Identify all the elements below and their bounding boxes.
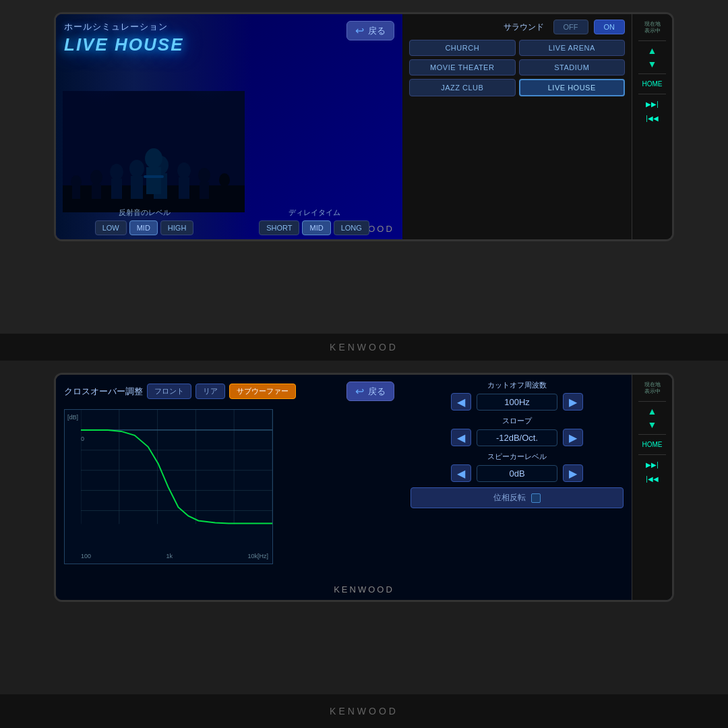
side-up-arrow-2[interactable]: ▲ bbox=[648, 406, 657, 417]
slope-value: -12dB/Oct. bbox=[477, 429, 557, 446]
reflection-low-button[interactable]: LOW bbox=[95, 220, 127, 235]
svg-point-8 bbox=[110, 164, 123, 180]
svg-point-10 bbox=[129, 160, 144, 177]
svg-rect-22 bbox=[144, 175, 164, 178]
side-down-arrow[interactable]: ▼ bbox=[648, 59, 657, 69]
bottom-unit-body: クロスオーバー調整 フロント リア サブウーファー ↩ 戻る [dB] 0 bbox=[54, 373, 674, 602]
cutoff-control: ◀ 100Hz ▶ bbox=[451, 393, 583, 411]
bottom-controls-top: 反射音のレベル LOW MID HIGH ディレイタイム SHORT MID L… bbox=[56, 204, 402, 239]
reflection-btn-row: LOW MID HIGH bbox=[95, 220, 194, 235]
tab-front-button[interactable]: フロント bbox=[147, 384, 191, 399]
svg-rect-15 bbox=[179, 177, 189, 199]
side-home-button[interactable]: HOME bbox=[641, 78, 664, 90]
side-divider-2 bbox=[638, 73, 666, 74]
reflection-label: 反射音のレベル bbox=[119, 208, 171, 218]
crossover-graph: [dB] 0 bbox=[64, 409, 273, 564]
venue-church-button[interactable]: CHURCH bbox=[409, 40, 516, 56]
slope-up-button[interactable]: ▶ bbox=[563, 429, 583, 446]
top-unit-body: ホールシミュレーション LIVE HOUSE ↩ 戻る 反射音のレベル LOW bbox=[54, 12, 674, 241]
slope-down-button[interactable]: ◀ bbox=[451, 429, 471, 446]
delay-label: ディレイタイム bbox=[289, 208, 340, 218]
delay-mid-button[interactable]: MID bbox=[302, 220, 330, 235]
svg-point-6 bbox=[90, 170, 102, 185]
tab-rear-button[interactable]: リア bbox=[195, 384, 225, 399]
cutoff-value: 100Hz bbox=[477, 394, 557, 411]
back-label: 戻る bbox=[368, 25, 386, 37]
phase-label: 位相反転 bbox=[493, 492, 526, 504]
slope-section: スロープ ◀ -12dB/Oct. ▶ bbox=[411, 416, 624, 446]
top-screen: ホールシミュレーション LIVE HOUSE ↩ 戻る 反射音のレベル LOW bbox=[56, 14, 402, 239]
venue-movie-theater-button[interactable]: MOVIE THEATER bbox=[409, 59, 516, 75]
surround-off-button[interactable]: OFF bbox=[553, 20, 588, 34]
crossover-header: クロスオーバー調整 フロント リア サブウーファー ↩ 戻る bbox=[64, 382, 394, 401]
surround-label: サラウンド bbox=[409, 22, 548, 33]
phase-reversal-button[interactable]: 位相反転 bbox=[411, 487, 624, 508]
kenwood-mid-label: KENWOOD bbox=[330, 342, 398, 353]
svg-rect-9 bbox=[111, 179, 122, 199]
top-unit: ホールシミュレーション LIVE HOUSE ↩ 戻る 反射音のレベル LOW bbox=[0, 0, 728, 334]
svg-point-18 bbox=[219, 173, 230, 187]
venue-live-arena-button[interactable]: LIVE ARENA bbox=[519, 40, 626, 56]
side-rwd-button[interactable]: |◀◀ bbox=[644, 113, 660, 124]
bottom-side-panel: 現在地表示中 ▲ ▼ HOME ▶▶| |◀◀ bbox=[632, 375, 672, 600]
phase-checkbox bbox=[531, 493, 541, 503]
svg-point-14 bbox=[177, 162, 191, 179]
side-current-loc-2[interactable]: 現在地表示中 bbox=[643, 380, 662, 397]
crossover-title: クロスオーバー調整 bbox=[64, 386, 143, 398]
concert-silhouette-svg bbox=[63, 91, 245, 212]
venue-jazz-club-button[interactable]: JAZZ CLUB bbox=[409, 79, 516, 96]
side-divider-5 bbox=[638, 434, 666, 435]
venue-stadium-button[interactable]: STADIUM bbox=[519, 59, 626, 75]
side-home-button-2[interactable]: HOME bbox=[641, 439, 664, 450]
side-fwd-button[interactable]: ▶▶| bbox=[644, 98, 660, 110]
speaker-level-up-button[interactable]: ▶ bbox=[563, 464, 583, 482]
speaker-level-down-button[interactable]: ◀ bbox=[451, 464, 471, 482]
surround-row: サラウンド OFF ON bbox=[409, 20, 625, 34]
surround-on-button[interactable]: ON bbox=[594, 20, 626, 34]
svg-point-20 bbox=[145, 148, 162, 169]
delay-short-button[interactable]: SHORT bbox=[259, 220, 299, 235]
speaker-level-section: スピーカーレベル ◀ 0dB ▶ bbox=[411, 452, 624, 482]
graph-x-100: 100 bbox=[81, 553, 91, 559]
side-divider-3 bbox=[638, 94, 666, 94]
cutoff-section: カットオフ周波数 ◀ 100Hz ▶ bbox=[411, 380, 624, 411]
back-arrow-icon: ↩ bbox=[355, 24, 364, 37]
top-header-row: ホールシミュレーション LIVE HOUSE ↩ 戻る bbox=[64, 21, 394, 55]
side-down-arrow-2[interactable]: ▼ bbox=[648, 419, 657, 430]
speaker-level-label: スピーカーレベル bbox=[487, 452, 547, 462]
kenwood-bottom-label: KENWOOD bbox=[330, 706, 398, 717]
side-current-loc[interactable]: 現在地表示中 bbox=[643, 20, 662, 36]
slope-label: スロープ bbox=[502, 416, 532, 426]
graph-svg bbox=[81, 410, 272, 537]
venue-live-house-button[interactable]: LIVE HOUSE bbox=[519, 79, 626, 96]
title-area: ホールシミュレーション LIVE HOUSE bbox=[64, 21, 183, 55]
svg-rect-5 bbox=[72, 185, 80, 199]
back-label-2: 戻る bbox=[368, 386, 386, 398]
delay-long-button[interactable]: LONG bbox=[334, 220, 369, 235]
graph-x-labels: 100 1k 10k[Hz] bbox=[81, 553, 268, 559]
graph-y-label: [dB] bbox=[67, 414, 78, 421]
side-up-arrow[interactable]: ▲ bbox=[648, 45, 657, 56]
side-fwd-button-2[interactable]: ▶▶| bbox=[644, 459, 660, 471]
hall-sim-label: ホールシミュレーション bbox=[64, 21, 183, 33]
side-divider-1 bbox=[638, 40, 666, 41]
side-divider-4 bbox=[638, 401, 666, 402]
top-back-button[interactable]: ↩ 戻る bbox=[346, 21, 394, 40]
side-divider-6 bbox=[638, 454, 666, 455]
back-arrow-icon-2: ↩ bbox=[355, 385, 364, 398]
slope-control: ◀ -12dB/Oct. ▶ bbox=[451, 429, 583, 446]
cutoff-up-button[interactable]: ▶ bbox=[563, 393, 583, 411]
graph-x-1k: 1k bbox=[166, 553, 173, 559]
graph-x-10k: 10k[Hz] bbox=[247, 553, 268, 559]
side-rwd-button-2[interactable]: |◀◀ bbox=[644, 473, 660, 485]
svg-point-16 bbox=[198, 168, 210, 183]
svg-rect-19 bbox=[220, 185, 229, 199]
venue-grid: CHURCH LIVE ARENA MOVIE THEATER STADIUM … bbox=[409, 40, 625, 96]
svg-rect-21 bbox=[146, 167, 161, 194]
bottom-back-button[interactable]: ↩ 戻る bbox=[346, 382, 394, 401]
speaker-level-value: 0dB bbox=[477, 465, 557, 482]
tab-subwoofer-button[interactable]: サブウーファー bbox=[229, 384, 296, 399]
reflection-high-button[interactable]: HIGH bbox=[160, 220, 194, 235]
reflection-mid-button[interactable]: MID bbox=[129, 220, 158, 235]
cutoff-down-button[interactable]: ◀ bbox=[451, 393, 471, 411]
